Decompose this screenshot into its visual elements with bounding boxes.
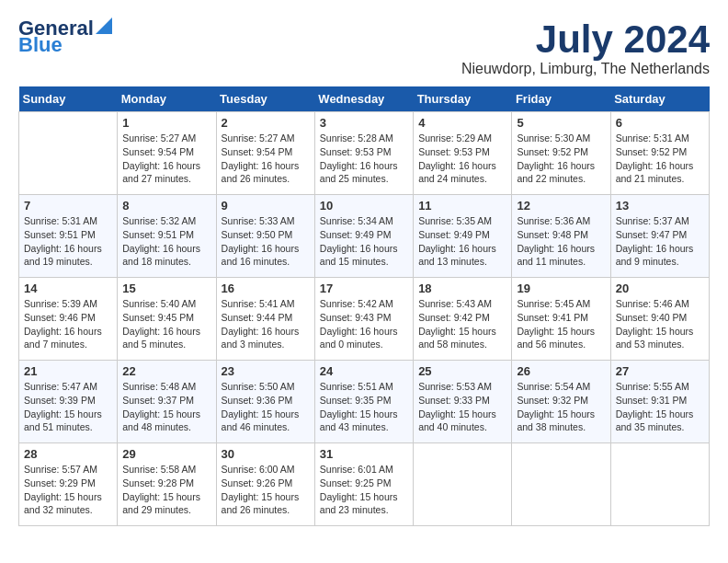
header-thursday: Thursday: [414, 86, 512, 112]
day-number: 8: [122, 199, 210, 213]
cell-text: Sunrise: 5:45 AMSunset: 9:41 PMDaylight:…: [517, 297, 605, 351]
day-number: 6: [616, 116, 704, 130]
calendar-cell: [414, 443, 512, 526]
calendar-table: SundayMondayTuesdayWednesdayThursdayFrid…: [18, 86, 710, 526]
day-number: 29: [122, 447, 210, 461]
day-number: 21: [24, 364, 112, 378]
logo-blue: Blue: [18, 35, 63, 55]
day-number: 27: [616, 364, 704, 378]
calendar-cell: 16Sunrise: 5:41 AMSunset: 9:44 PMDayligh…: [216, 278, 314, 361]
cell-text: Sunrise: 5:36 AMSunset: 9:48 PMDaylight:…: [517, 214, 605, 269]
day-number: 7: [24, 199, 112, 213]
cell-text: Sunrise: 5:28 AMSunset: 9:53 PMDaylight:…: [320, 132, 408, 186]
cell-text: Sunrise: 5:43 AMSunset: 9:42 PMDaylight:…: [418, 297, 506, 351]
day-number: 3: [320, 116, 408, 130]
calendar-cell: 11Sunrise: 5:35 AMSunset: 9:49 PMDayligh…: [414, 195, 512, 278]
day-number: 19: [517, 282, 605, 295]
day-number: 22: [122, 364, 210, 378]
calendar-cell: 14Sunrise: 5:39 AMSunset: 9:46 PMDayligh…: [19, 278, 118, 361]
header-row: SundayMondayTuesdayWednesdayThursdayFrid…: [19, 86, 710, 112]
day-number: 26: [517, 364, 605, 378]
logo-icon: [96, 17, 112, 34]
calendar-cell: 23Sunrise: 5:50 AMSunset: 9:36 PMDayligh…: [216, 361, 314, 443]
cell-text: Sunrise: 5:42 AMSunset: 9:43 PMDaylight:…: [320, 297, 408, 351]
cell-text: Sunrise: 6:01 AMSunset: 9:25 PMDaylight:…: [320, 463, 408, 517]
calendar-cell: [19, 112, 118, 195]
week-row-4: 21Sunrise: 5:47 AMSunset: 9:39 PMDayligh…: [19, 361, 710, 443]
day-number: 30: [222, 447, 310, 461]
cell-text: Sunrise: 5:46 AMSunset: 9:40 PMDaylight:…: [616, 297, 704, 351]
week-row-3: 14Sunrise: 5:39 AMSunset: 9:46 PMDayligh…: [19, 278, 710, 361]
logo: General Blue: [18, 18, 112, 55]
page-header: General Blue July 2024 Nieuwdorp, Limbur…: [18, 18, 710, 77]
calendar-cell: 28Sunrise: 5:57 AMSunset: 9:29 PMDayligh…: [19, 443, 118, 526]
day-number: 18: [418, 282, 506, 295]
week-row-5: 28Sunrise: 5:57 AMSunset: 9:29 PMDayligh…: [19, 443, 710, 526]
cell-text: Sunrise: 6:00 AMSunset: 9:26 PMDaylight:…: [222, 463, 310, 517]
day-number: 1: [122, 116, 210, 130]
calendar-cell: 17Sunrise: 5:42 AMSunset: 9:43 PMDayligh…: [314, 278, 413, 361]
calendar-cell: 29Sunrise: 5:58 AMSunset: 9:28 PMDayligh…: [118, 443, 216, 526]
cell-text: Sunrise: 5:47 AMSunset: 9:39 PMDaylight:…: [24, 380, 112, 434]
title-area: July 2024 Nieuwdorp, Limburg, The Nether…: [461, 18, 710, 77]
day-number: 24: [320, 364, 408, 378]
calendar-cell: 27Sunrise: 5:55 AMSunset: 9:31 PMDayligh…: [610, 361, 709, 443]
calendar-cell: 30Sunrise: 6:00 AMSunset: 9:26 PMDayligh…: [216, 443, 314, 526]
location-title: Nieuwdorp, Limburg, The Netherlands: [461, 61, 710, 77]
day-number: 5: [517, 116, 605, 130]
day-number: 2: [222, 116, 310, 130]
calendar-cell: 7Sunrise: 5:31 AMSunset: 9:51 PMDaylight…: [19, 195, 118, 278]
cell-text: Sunrise: 5:37 AMSunset: 9:47 PMDaylight:…: [616, 214, 704, 269]
calendar-cell: 19Sunrise: 5:45 AMSunset: 9:41 PMDayligh…: [512, 278, 610, 361]
calendar-cell: 1Sunrise: 5:27 AMSunset: 9:54 PMDaylight…: [118, 112, 216, 195]
cell-text: Sunrise: 5:50 AMSunset: 9:36 PMDaylight:…: [222, 380, 310, 434]
header-tuesday: Tuesday: [216, 86, 314, 112]
cell-text: Sunrise: 5:27 AMSunset: 9:54 PMDaylight:…: [122, 132, 210, 186]
cell-text: Sunrise: 5:32 AMSunset: 9:51 PMDaylight:…: [122, 214, 210, 269]
cell-text: Sunrise: 5:54 AMSunset: 9:32 PMDaylight:…: [517, 380, 605, 434]
day-number: 11: [418, 199, 506, 213]
calendar-cell: 8Sunrise: 5:32 AMSunset: 9:51 PMDaylight…: [118, 195, 216, 278]
cell-text: Sunrise: 5:29 AMSunset: 9:53 PMDaylight:…: [418, 132, 506, 186]
cell-text: Sunrise: 5:27 AMSunset: 9:54 PMDaylight:…: [222, 132, 310, 186]
day-number: 25: [418, 364, 506, 378]
calendar-cell: 15Sunrise: 5:40 AMSunset: 9:45 PMDayligh…: [118, 278, 216, 361]
cell-text: Sunrise: 5:39 AMSunset: 9:46 PMDaylight:…: [24, 297, 112, 351]
cell-text: Sunrise: 5:41 AMSunset: 9:44 PMDaylight:…: [222, 297, 310, 351]
day-number: 23: [222, 364, 310, 378]
calendar-cell: 21Sunrise: 5:47 AMSunset: 9:39 PMDayligh…: [19, 361, 118, 443]
cell-text: Sunrise: 5:58 AMSunset: 9:28 PMDaylight:…: [122, 463, 210, 517]
week-row-2: 7Sunrise: 5:31 AMSunset: 9:51 PMDaylight…: [19, 195, 710, 278]
cell-text: Sunrise: 5:31 AMSunset: 9:51 PMDaylight:…: [24, 214, 112, 269]
day-number: 9: [222, 199, 310, 213]
day-number: 14: [24, 282, 112, 295]
calendar-cell: [512, 443, 610, 526]
cell-text: Sunrise: 5:51 AMSunset: 9:35 PMDaylight:…: [320, 380, 408, 434]
calendar-cell: 24Sunrise: 5:51 AMSunset: 9:35 PMDayligh…: [314, 361, 413, 443]
header-monday: Monday: [118, 86, 216, 112]
calendar-cell: 22Sunrise: 5:48 AMSunset: 9:37 PMDayligh…: [118, 361, 216, 443]
calendar-cell: 20Sunrise: 5:46 AMSunset: 9:40 PMDayligh…: [610, 278, 709, 361]
cell-text: Sunrise: 5:55 AMSunset: 9:31 PMDaylight:…: [616, 380, 704, 434]
cell-text: Sunrise: 5:57 AMSunset: 9:29 PMDaylight:…: [24, 463, 112, 517]
cell-text: Sunrise: 5:40 AMSunset: 9:45 PMDaylight:…: [122, 297, 210, 351]
calendar-cell: 6Sunrise: 5:31 AMSunset: 9:52 PMDaylight…: [610, 112, 709, 195]
day-number: 16: [222, 282, 310, 295]
day-number: 10: [320, 199, 408, 213]
day-number: 13: [616, 199, 704, 213]
calendar-cell: 2Sunrise: 5:27 AMSunset: 9:54 PMDaylight…: [216, 112, 314, 195]
day-number: 28: [24, 447, 112, 461]
header-sunday: Sunday: [19, 86, 118, 112]
cell-text: Sunrise: 5:34 AMSunset: 9:49 PMDaylight:…: [320, 214, 408, 269]
calendar-cell: 13Sunrise: 5:37 AMSunset: 9:47 PMDayligh…: [610, 195, 709, 278]
calendar-cell: 31Sunrise: 6:01 AMSunset: 9:25 PMDayligh…: [314, 443, 413, 526]
calendar-cell: 12Sunrise: 5:36 AMSunset: 9:48 PMDayligh…: [512, 195, 610, 278]
cell-text: Sunrise: 5:48 AMSunset: 9:37 PMDaylight:…: [122, 380, 210, 434]
day-number: 31: [320, 447, 408, 461]
cell-text: Sunrise: 5:33 AMSunset: 9:50 PMDaylight:…: [222, 214, 310, 269]
cell-text: Sunrise: 5:35 AMSunset: 9:49 PMDaylight:…: [418, 214, 506, 269]
day-number: 17: [320, 282, 408, 295]
week-row-1: 1Sunrise: 5:27 AMSunset: 9:54 PMDaylight…: [19, 112, 710, 195]
month-title: July 2024: [461, 18, 710, 61]
calendar-cell: 18Sunrise: 5:43 AMSunset: 9:42 PMDayligh…: [414, 278, 512, 361]
